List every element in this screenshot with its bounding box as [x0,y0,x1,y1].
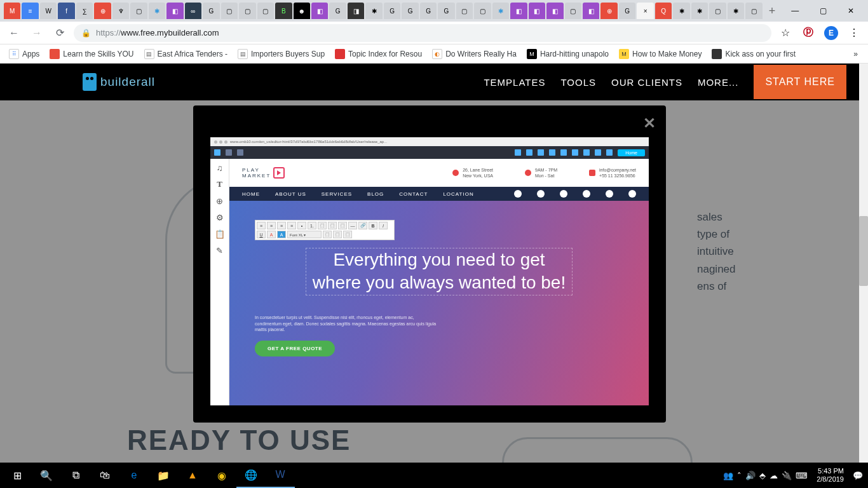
tool-icon[interactable]: ✎ [215,245,225,255]
hero-subtext[interactable]: In consectetuer turpis ut velit. Suspend… [255,315,439,333]
bookmark[interactable]: ▤East Africa Tenders - [140,46,232,62]
device-mobile-icon[interactable] [237,149,243,156]
rte-btn[interactable]: ≡ [287,222,296,229]
address-bar[interactable]: 🔒 https://www.free.mybuilderall.com [74,24,771,42]
redo-icon[interactable] [549,149,555,156]
chrome-icon[interactable]: 🌐 [236,463,266,488]
rte-font-size[interactable]: Font XL ▾ [287,231,322,238]
tab[interactable]: ◧ [583,3,599,19]
bookmark-star-icon[interactable]: ☆ [776,24,794,42]
rte-btn[interactable]: ⬚ [333,231,342,238]
tab[interactable]: Q [655,3,672,19]
pinterest-icon[interactable]: ⓟ [799,24,817,42]
tab[interactable]: ◧ [311,3,328,19]
tab[interactable]: M [4,3,20,19]
rte-btn[interactable]: ⬚ [328,222,337,229]
tab[interactable]: W [40,3,57,19]
tab[interactable]: ◧ [529,3,545,19]
tab[interactable]: ∞ [185,3,201,19]
rte-color[interactable]: A [267,231,276,238]
search-icon[interactable]: 🔍 [32,463,61,488]
hero-headline[interactable]: Everything you need to get where you alw… [255,248,623,295]
editor-canvas[interactable]: PLAYMARKET 26, Lane StreetNew York, USA … [229,159,649,405]
input-icon[interactable]: ⌨ [796,471,808,480]
device-tablet-icon[interactable] [226,149,232,156]
social-icon[interactable] [628,190,636,198]
bookmark[interactable]: MHard-hitting unapolo [523,46,613,62]
scrollbar-thumb[interactable] [859,216,868,286]
start-button[interactable]: ⊞ [3,463,32,488]
toolbar-icon[interactable] [595,149,601,156]
profile-button[interactable]: E [822,24,840,42]
tab[interactable]: ▢ [257,3,274,19]
tmpl-nav-item[interactable]: SERVICES [322,191,352,197]
bookmark[interactable]: ▤Importers Buyers Sup [234,46,329,62]
back-button[interactable]: ← [5,24,23,42]
rte-btn[interactable]: • [297,222,306,229]
tab[interactable]: ▢ [130,3,147,19]
browser-menu[interactable]: ⋮ [845,24,863,42]
tab[interactable]: G [420,3,437,19]
tab[interactable]: ▢ [456,3,473,19]
tmpl-nav-item[interactable]: BLOG [367,191,384,197]
editor-home-button[interactable]: Home [618,149,645,156]
volume-icon[interactable]: 🔊 [745,471,756,480]
rte-btn[interactable]: 🔗 [358,222,367,229]
tab[interactable]: ✱ [149,3,165,19]
tab[interactable]: ✱ [728,3,744,19]
social-icon[interactable] [560,190,567,198]
tab[interactable]: G [619,3,635,19]
window-close[interactable]: ✕ [837,0,865,22]
tab-active[interactable]: × [637,3,653,19]
forward-button[interactable]: → [28,24,46,42]
headphones-icon[interactable]: ♫ [215,163,225,173]
tab[interactable]: ◨ [348,3,364,19]
rte-bold[interactable]: B [369,222,377,229]
word-icon[interactable]: W [266,463,295,488]
grid-icon[interactable] [583,149,590,156]
tab[interactable]: G [438,3,454,19]
tab[interactable]: ▢ [745,3,762,19]
tab[interactable]: ▢ [474,3,491,19]
tab[interactable]: ▢ [239,3,255,19]
tab[interactable]: f [58,3,74,19]
rte-btn[interactable]: ⬚ [343,231,352,238]
tab[interactable]: ✱ [365,3,382,19]
new-tab-button[interactable]: + [764,3,780,19]
window-minimize[interactable]: — [781,0,809,22]
social-icon[interactable] [537,190,545,198]
vlc-icon[interactable]: ▲ [178,463,207,488]
tab[interactable]: ♆ [112,3,129,19]
social-icon[interactable] [606,190,613,198]
tray-chevron-icon[interactable]: ˄ [737,471,742,480]
toolbar-icon[interactable] [572,149,578,156]
social-icon[interactable] [514,190,522,198]
toolbar-icon[interactable] [515,149,521,156]
tab[interactable]: G [402,3,418,19]
tab[interactable]: ☻ [294,3,310,19]
bookmark[interactable]: ◐Do Writers Really Ha [428,46,520,62]
bookmark[interactable]: MHow to Make Money [615,46,705,62]
onedrive-icon[interactable]: ☁ [770,471,778,480]
nav-more[interactable]: MORE... [698,77,739,88]
tab[interactable]: ⊕ [600,3,617,19]
tab[interactable]: ◧ [166,3,183,19]
toolbar-icon[interactable] [560,149,567,156]
edge-icon[interactable]: e [119,463,149,488]
reload-button[interactable]: ⟳ [51,24,69,42]
people-icon[interactable]: 👥 [723,471,733,480]
nav-clients[interactable]: OUR CLIENTS [611,77,682,88]
site-logo[interactable]: builderall [83,73,155,91]
tab[interactable]: ✱ [673,3,689,19]
toolbar-icon[interactable] [606,149,613,156]
social-icon[interactable] [583,190,590,198]
rte-btn[interactable]: ≡ [257,222,266,229]
notifications-icon[interactable]: 💬 [853,471,863,480]
dropbox-icon[interactable]: ⬘ [759,471,766,480]
tab[interactable]: ∑ [76,3,93,19]
tab[interactable]: ✱ [492,3,509,19]
explorer-icon[interactable]: 📁 [149,463,178,488]
tab[interactable]: ⊕ [94,3,111,19]
rte-btn[interactable]: ⬚ [338,222,347,229]
text-tool-icon[interactable]: T [215,179,225,189]
